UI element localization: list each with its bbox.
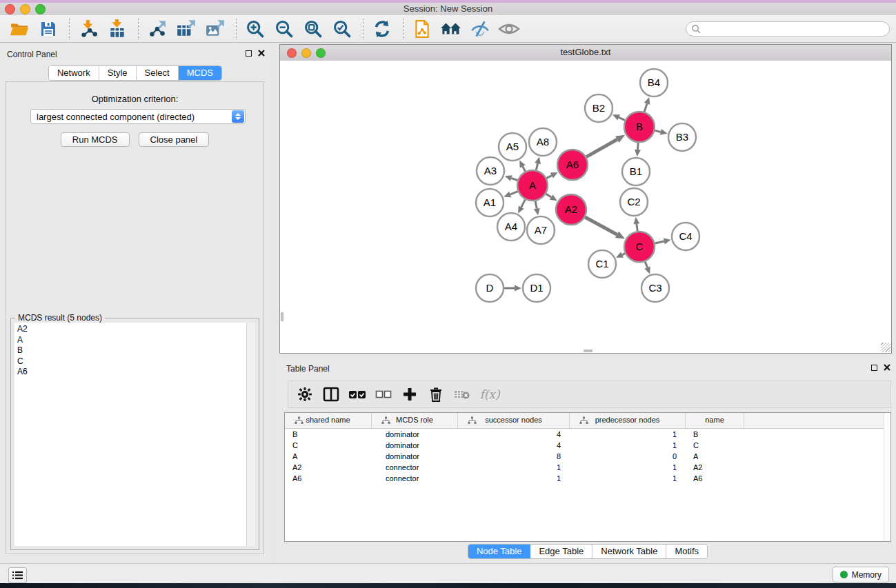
refresh-icon[interactable] — [371, 18, 393, 40]
cell-successor-nodes[interactable]: 4 — [458, 429, 570, 440]
close-window-button[interactable] — [5, 4, 15, 14]
table-scrollbar[interactable] — [884, 413, 890, 541]
export-network-icon[interactable] — [146, 18, 168, 40]
graph-edge[interactable] — [535, 201, 537, 209]
tab-motifs[interactable]: Motifs — [666, 545, 707, 558]
cell-MCDS-role[interactable]: dominator — [372, 451, 458, 462]
zoom-in-icon[interactable] — [244, 18, 266, 40]
float-table-panel-icon[interactable] — [871, 365, 877, 371]
cell-MCDS-role[interactable]: dominator — [372, 429, 458, 440]
run-mcds-button[interactable]: Run MCDS — [61, 132, 130, 147]
cell-name[interactable]: C — [686, 440, 744, 451]
resize-grip[interactable] — [881, 343, 890, 352]
tab-select[interactable]: Select — [137, 66, 179, 80]
delete-table-icon[interactable] — [453, 385, 471, 403]
close-table-panel-icon[interactable] — [884, 364, 890, 371]
graph-edge[interactable] — [645, 261, 647, 267]
cell-MCDS-role[interactable]: dominator — [372, 440, 458, 451]
column-header-name[interactable]: name — [686, 413, 744, 428]
import-table-icon[interactable] — [106, 18, 128, 40]
show-all-eye-icon[interactable] — [498, 18, 520, 40]
result-item[interactable]: A — [14, 335, 246, 346]
column-header-shared-name[interactable]: shared name — [285, 413, 372, 428]
graph-edge[interactable] — [644, 103, 647, 112]
tab-network-table[interactable]: Network Table — [593, 545, 666, 558]
result-item[interactable]: B — [14, 345, 246, 356]
cell-MCDS-role[interactable]: connector — [372, 473, 458, 484]
table-row[interactable]: Adominator80A — [285, 451, 890, 462]
cell-predecessor-nodes[interactable]: 0 — [570, 451, 686, 462]
graph-edge[interactable] — [622, 254, 625, 255]
gear-icon[interactable] — [296, 385, 314, 403]
cell-successor-nodes[interactable]: 1 — [458, 462, 570, 473]
cell-name[interactable]: A — [686, 451, 744, 462]
graph-edge[interactable] — [637, 143, 638, 150]
select-all-checkboxes-icon[interactable] — [348, 385, 366, 403]
column-header-successor-nodes[interactable]: successor nodes — [458, 413, 570, 428]
cell-shared-name[interactable]: A6 — [285, 473, 372, 484]
network-minimize-button[interactable] — [301, 48, 311, 58]
cell-MCDS-role[interactable]: connector — [372, 462, 458, 473]
network-canvas[interactable]: B4B2BB3B1A5A8A6A3AA1C2A2A4A7C4CC1C3DD1 — [280, 61, 891, 353]
graph-edge[interactable] — [655, 130, 661, 132]
zoom-fit-icon[interactable] — [302, 18, 324, 40]
node-table[interactable]: shared nameMCDS rolesuccessor nodesprede… — [284, 412, 891, 542]
graph-edge[interactable] — [655, 241, 664, 243]
delete-row-trash-icon[interactable] — [427, 385, 445, 403]
export-table-icon[interactable] — [175, 18, 197, 40]
import-network-icon[interactable] — [77, 18, 99, 40]
cell-predecessor-nodes[interactable]: 1 — [570, 473, 686, 484]
zoom-out-icon[interactable] — [273, 18, 295, 40]
table-row[interactable]: Bdominator41B — [285, 429, 890, 440]
home-icon[interactable] — [440, 18, 462, 40]
add-row-icon[interactable] — [401, 385, 419, 403]
graph-edge[interactable] — [536, 163, 537, 170]
cell-shared-name[interactable]: C — [285, 440, 372, 451]
cell-shared-name[interactable]: A2 — [285, 462, 372, 473]
cell-successor-nodes[interactable]: 4 — [458, 440, 570, 451]
open-session-icon[interactable] — [411, 18, 433, 40]
network-close-button[interactable] — [287, 48, 297, 58]
column-header-MCDS-role[interactable]: MCDS role — [372, 413, 458, 428]
network-zoom-button[interactable] — [316, 48, 326, 58]
memory-button[interactable]: Memory — [833, 567, 889, 582]
cell-predecessor-nodes[interactable]: 1 — [570, 429, 686, 440]
result-item[interactable]: A6 — [14, 367, 246, 378]
close-panel-icon[interactable] — [258, 50, 265, 57]
graph-edge[interactable] — [510, 192, 518, 194]
graph-edge[interactable] — [546, 176, 551, 179]
table-row[interactable]: A2connector11A2 — [285, 462, 890, 473]
graph-edge[interactable] — [619, 117, 625, 120]
tab-style[interactable]: Style — [99, 66, 137, 80]
column-header-predecessor-nodes[interactable]: predecessor nodes — [570, 413, 686, 428]
columns-icon[interactable] — [322, 385, 340, 403]
graph-edge[interactable] — [546, 194, 552, 197]
deselect-all-checkboxes-icon[interactable] — [375, 385, 392, 403]
vertical-scroll-tick[interactable] — [281, 312, 283, 321]
cell-successor-nodes[interactable]: 1 — [458, 473, 570, 484]
tab-mcds[interactable]: MCDS — [179, 66, 221, 80]
result-item[interactable]: C — [14, 356, 246, 367]
task-history-button[interactable] — [8, 567, 27, 583]
graph-edge[interactable] — [523, 166, 526, 171]
result-scrollbar[interactable] — [246, 323, 255, 546]
tab-node-table[interactable]: Node Table — [468, 545, 531, 558]
float-panel-icon[interactable] — [246, 50, 252, 57]
graph-edge[interactable] — [511, 178, 517, 180]
graph-edge[interactable] — [585, 217, 617, 234]
tab-edge-table[interactable]: Edge Table — [530, 545, 593, 558]
hide-selected-eye-slash-icon[interactable] — [469, 18, 491, 40]
table-row[interactable]: A6connector11A6 — [285, 473, 890, 484]
cell-name[interactable]: A2 — [686, 462, 744, 473]
cell-successor-nodes[interactable]: 8 — [458, 451, 570, 462]
cell-shared-name[interactable]: B — [285, 429, 372, 440]
horizontal-scroll-tick[interactable] — [584, 349, 593, 352]
cell-predecessor-nodes[interactable]: 1 — [570, 440, 686, 451]
open-file-icon[interactable] — [8, 18, 30, 40]
graph-edge[interactable] — [586, 139, 617, 156]
cell-name[interactable]: B — [686, 429, 744, 440]
cell-name[interactable]: A6 — [686, 473, 744, 484]
tab-network[interactable]: Network — [49, 66, 99, 80]
result-item[interactable]: A2 — [14, 324, 246, 335]
zoom-selected-icon[interactable] — [331, 18, 353, 40]
